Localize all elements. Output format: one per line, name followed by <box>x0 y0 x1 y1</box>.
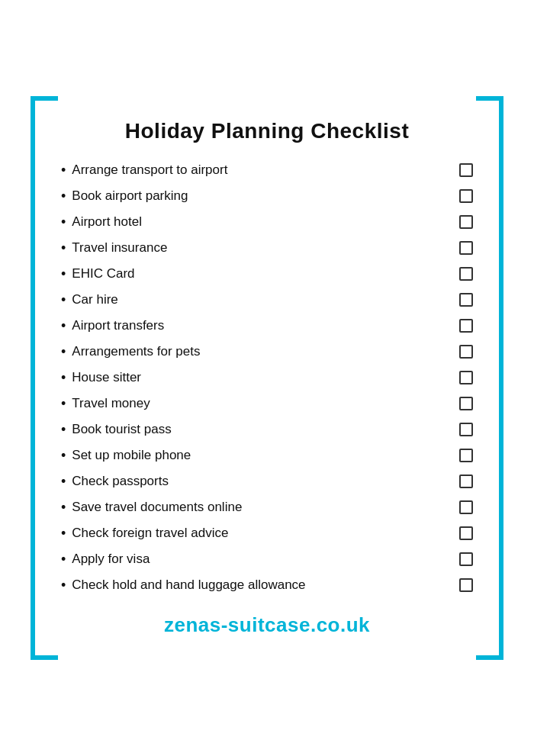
item-checkbox[interactable] <box>459 526 473 540</box>
corner-br <box>476 632 503 660</box>
bullet-icon: • <box>61 475 66 488</box>
list-item: •Check foreign travel advice <box>61 520 473 546</box>
item-label: Check foreign travel advice <box>72 526 228 541</box>
item-left: •Car hire <box>61 292 118 307</box>
corner-tr <box>476 96 503 124</box>
list-item: •Travel money <box>61 391 473 417</box>
bullet-icon: • <box>61 500 66 514</box>
item-left: •Travel insurance <box>61 240 167 256</box>
item-checkbox[interactable] <box>459 449 473 462</box>
item-left: •Check hold and hand luggage allowance <box>61 577 306 593</box>
corner-bl <box>31 632 58 660</box>
border-right <box>499 124 503 632</box>
bullet-icon: • <box>61 189 66 203</box>
bullet-icon: • <box>61 241 66 255</box>
item-label: Save travel documents online <box>72 500 242 515</box>
item-left: •EHIC Card <box>61 266 135 281</box>
item-checkbox[interactable] <box>459 423 473 436</box>
list-item: •Airport transfers <box>61 313 473 339</box>
list-item: •House sitter <box>61 365 473 391</box>
bullet-icon: • <box>61 423 66 436</box>
item-label: Set up mobile phone <box>72 448 191 463</box>
bullet-icon: • <box>61 163 66 177</box>
item-label: Arrange transport to airport <box>72 162 227 178</box>
item-label: House sitter <box>72 370 141 385</box>
list-item: •Car hire <box>61 287 473 313</box>
checklist-card: Holiday Planning Checklist •Arrange tran… <box>31 96 503 660</box>
item-checkbox[interactable] <box>459 500 473 514</box>
list-item: •Book airport parking <box>61 183 473 209</box>
item-label: Airport transfers <box>72 318 164 333</box>
item-checkbox[interactable] <box>459 267 473 281</box>
item-label: Travel insurance <box>72 240 167 256</box>
item-left: •Set up mobile phone <box>61 448 191 463</box>
corner-tl <box>31 96 58 124</box>
item-checkbox[interactable] <box>459 552 473 566</box>
list-item: •Arrangements for pets <box>61 339 473 365</box>
item-label: EHIC Card <box>72 266 134 281</box>
item-left: •Arrange transport to airport <box>61 162 227 178</box>
bullet-icon: • <box>61 449 66 462</box>
border-left <box>31 124 35 632</box>
item-checkbox[interactable] <box>459 475 473 488</box>
item-checkbox[interactable] <box>459 189 473 203</box>
bullet-icon: • <box>61 552 66 566</box>
item-checkbox[interactable] <box>459 397 473 410</box>
bullet-icon: • <box>61 293 66 307</box>
list-item: •Check passports <box>61 468 473 494</box>
bullet-icon: • <box>61 267 66 281</box>
page-wrapper: Holiday Planning Checklist •Arrange tran… <box>0 0 534 756</box>
item-label: Check hold and hand luggage allowance <box>72 577 305 593</box>
list-item: •Set up mobile phone <box>61 442 473 468</box>
list-item: •Save travel documents online <box>61 494 473 520</box>
item-checkbox[interactable] <box>459 163 473 177</box>
item-label: Book tourist pass <box>72 422 171 437</box>
item-checkbox[interactable] <box>459 371 473 384</box>
list-item: •Book tourist pass <box>61 417 473 442</box>
list-item: •Travel insurance <box>61 235 473 261</box>
item-label: Check passports <box>72 474 169 489</box>
item-left: •House sitter <box>61 370 141 385</box>
item-label: Book airport parking <box>72 188 188 204</box>
item-checkbox[interactable] <box>459 319 473 333</box>
item-label: Travel money <box>72 396 150 411</box>
item-label: Airport hotel <box>72 214 142 230</box>
list-item: •Airport hotel <box>61 209 473 235</box>
item-checkbox[interactable] <box>459 345 473 359</box>
item-left: •Arrangements for pets <box>61 344 201 359</box>
item-checkbox[interactable] <box>459 241 473 255</box>
list-item: •Check hold and hand luggage allowance <box>61 572 473 598</box>
item-checkbox[interactable] <box>459 578 473 592</box>
list-item: •EHIC Card <box>61 261 473 287</box>
bullet-icon: • <box>61 578 66 592</box>
item-left: •Apply for visa <box>61 552 150 567</box>
bullet-icon: • <box>61 319 66 333</box>
item-label: Car hire <box>72 292 117 307</box>
bullet-icon: • <box>61 371 66 384</box>
bullet-icon: • <box>61 397 66 410</box>
item-left: •Airport hotel <box>61 214 142 230</box>
item-checkbox[interactable] <box>459 215 473 229</box>
item-left: •Book airport parking <box>61 188 188 204</box>
item-label: Apply for visa <box>72 552 150 567</box>
bullet-icon: • <box>61 526 66 540</box>
item-left: •Travel money <box>61 396 150 411</box>
item-checkbox[interactable] <box>459 293 473 307</box>
bullet-icon: • <box>61 215 66 229</box>
item-left: •Check passports <box>61 474 169 489</box>
footer-url: zenas-suitcase.co.uk <box>38 606 496 645</box>
list-item: •Arrange transport to airport <box>61 157 473 183</box>
item-label: Arrangements for pets <box>72 344 200 359</box>
bullet-icon: • <box>61 345 66 359</box>
item-left: •Book tourist pass <box>61 422 172 437</box>
checklist: •Arrange transport to airport•Book airpo… <box>38 157 496 606</box>
item-left: •Save travel documents online <box>61 500 242 515</box>
list-item: •Apply for visa <box>61 546 473 572</box>
item-left: •Airport transfers <box>61 318 164 333</box>
page-title: Holiday Planning Checklist <box>38 111 496 143</box>
item-left: •Check foreign travel advice <box>61 526 228 541</box>
